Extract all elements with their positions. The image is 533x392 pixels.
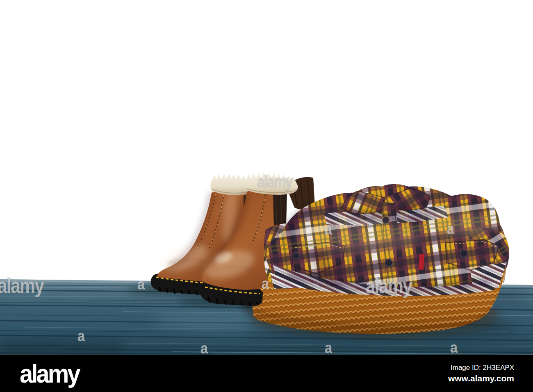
alamy-logo: alamy	[20, 361, 79, 387]
image-id: Image ID: 2H3EAPX	[448, 363, 514, 372]
footer-meta: Image ID: 2H3EAPX www.alamy.com	[448, 363, 514, 384]
photo-area: alamy alamy alamy a a a a a a a a	[0, 0, 533, 355]
footer-bar: alamy Image ID: 2H3EAPX www.alamy.com	[0, 355, 533, 392]
website-url: www.alamy.com	[448, 373, 514, 384]
stock-photo-page: alamy alamy alamy a a a a a a a a alamy …	[0, 0, 533, 392]
